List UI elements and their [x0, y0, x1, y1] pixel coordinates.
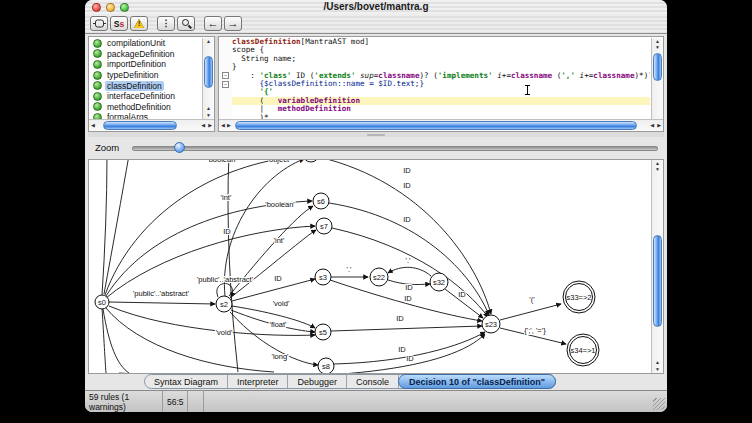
rule-label: interfaceDefinition [105, 91, 177, 101]
breakpoints-icon: ⋮ [162, 19, 171, 28]
sidebar-item-compilationunit[interactable]: compilationUnit [89, 38, 201, 49]
parser-rule-icon [93, 60, 102, 69]
dfa-edge-id [331, 326, 482, 331]
state-label: s34=>1 [570, 346, 595, 355]
edge-label: ID [403, 181, 411, 190]
back-button[interactable]: ← [204, 16, 222, 31]
sidebar-item-formalargs[interactable]: formalArgs [89, 112, 201, 119]
dfa-edge [102, 160, 107, 295]
parser-rule-icon [93, 81, 102, 90]
code-line: {$classDefinition::name = $ID.text;} [232, 80, 650, 88]
warnings-button[interactable]: ! [130, 16, 148, 31]
sidebar-vertical-scrollbar[interactable]: ▲ ▲ ▼ [202, 38, 214, 119]
edge-label: ID [223, 227, 231, 236]
edge-label: 'void' [216, 328, 233, 337]
code-editor[interactable]: −− classDefinition[MantraAST mod]scope {… [218, 36, 664, 132]
parser-rule-icon [93, 92, 102, 101]
dfa-graph: s0s2s6s7s3s5s8s22s32s23s33=>2s34=>1 'pub… [89, 160, 651, 373]
fold-gutter[interactable]: −− [219, 38, 232, 119]
rule-label: typeDefinition [105, 70, 161, 80]
sidebar-item-packagedefinition[interactable]: packageDefinition [89, 49, 201, 60]
edge-label: '(' [529, 295, 535, 304]
state-label: s7 [320, 222, 328, 231]
dfa-edge- [500, 304, 561, 320]
syntax-diagram-icon [93, 17, 106, 30]
parser-rule-icon [93, 71, 102, 80]
case-sensitivity-button[interactable]: Ss [110, 16, 128, 31]
edge-label: 'int' [221, 193, 232, 202]
edge-label: ID [398, 345, 406, 354]
fold-marker[interactable]: − [222, 81, 229, 88]
forward-button[interactable]: → [224, 16, 242, 31]
parser-rule-icon [93, 49, 102, 58]
dfa-edge-public-abstract [109, 302, 215, 304]
tab-row: Syntax DiagramInterpreterDebuggerConsole… [85, 374, 667, 390]
zoom-label: Zoom [95, 142, 119, 153]
resize-grip[interactable] [653, 398, 665, 410]
dfa-edge- [388, 267, 431, 276]
dfa-edge [104, 160, 129, 294]
edge-label: 'void' [273, 299, 290, 308]
tab-interpreter[interactable]: Interpreter [228, 375, 289, 388]
rule-label: classDefinition [105, 81, 164, 91]
state-label: s5 [319, 328, 327, 337]
rule-label: importDefinition [105, 59, 168, 69]
titlebar[interactable]: /Users/bovet/mantra.g [85, 0, 667, 15]
tab-debugger[interactable]: Debugger [288, 375, 347, 388]
sidebar-item-typedefinition[interactable]: typeDefinition [89, 70, 201, 81]
case-sensitivity-icon: Ss [114, 20, 124, 28]
edge-label: ID [406, 354, 414, 363]
find-button[interactable] [177, 16, 195, 31]
sidebar-item-classdefinition[interactable]: classDefinition [89, 80, 201, 91]
graph-vertical-scrollbar[interactable]: ▲ ▼ ▲ ▼ [651, 160, 663, 373]
dfa-state-clipped[interactable] [303, 160, 319, 162]
state-label: s22 [373, 273, 385, 282]
code-text[interactable]: classDefinition[MantraAST mod]scope { St… [232, 38, 650, 119]
sidebar-item-interfacedefinition[interactable]: interfaceDefinition [89, 91, 201, 102]
state-label: s0 [98, 298, 106, 307]
edge-label: ID [274, 274, 282, 283]
rule-list[interactable]: compilationUnitpackageDefinitionimportDe… [89, 38, 201, 119]
status-extra-cell [188, 391, 204, 412]
state-label: s2 [220, 300, 228, 309]
state-label: s3 [319, 273, 327, 282]
status-caret-position: 56:5 [163, 391, 188, 412]
status-bar: 59 rules (1 warnings) 56:5 [85, 390, 667, 412]
edge-label: '.' [347, 265, 353, 274]
rule-label: methodDefinition [105, 102, 173, 112]
tab-syntax-diagram[interactable]: Syntax Diagram [145, 375, 228, 388]
dfa-edge [102, 308, 106, 373]
editor-vertical-scrollbar[interactable]: ▲ ▼ [651, 38, 663, 119]
fold-marker[interactable]: − [222, 72, 229, 79]
state-label: s32 [433, 278, 445, 287]
edge-label: ID [403, 166, 411, 175]
text-cursor [524, 85, 531, 95]
edge-label: 'public'..'abstract' [133, 289, 190, 298]
syntax-diagram-button[interactable] [90, 16, 108, 31]
rule-label: packageDefinition [105, 49, 177, 59]
dfa-edge [228, 160, 238, 372]
edge-label: ID [458, 290, 466, 299]
parser-rule-icon [93, 39, 102, 48]
breakpoints-button[interactable]: ⋮ [157, 16, 175, 31]
edge-label: ID [405, 283, 413, 292]
edge-label: 'object' [268, 160, 291, 164]
upper-pane: compilationUnitpackageDefinitionimportDe… [88, 36, 664, 132]
editor-horizontal-scrollbar[interactable]: ◀ ▶ ◀ ▶ [219, 119, 663, 131]
edge-label: 'boolean' [265, 200, 295, 209]
zoom-slider-thumb[interactable] [174, 142, 185, 153]
status-rules: 59 rules (1 warnings) [85, 391, 163, 412]
sidebar-item-methoddefinition[interactable]: methodDefinition [89, 102, 201, 113]
sidebar-horizontal-scrollbar[interactable]: ◀ ◀ ▶ [89, 119, 214, 131]
edge-label: {';', '='} [524, 326, 546, 335]
state-label: s33=>2 [566, 293, 591, 302]
edge-label: '.' [406, 256, 412, 265]
tab-decision-10-of-classdefinition[interactable]: Decision 10 of "classDefinition" [398, 374, 556, 389]
sidebar-item-importdefinition[interactable]: importDefinition [89, 59, 201, 70]
zoom-slider[interactable] [132, 146, 658, 151]
tab-console[interactable]: Console [347, 375, 399, 388]
code-line: String name; [232, 55, 650, 63]
zoom-row: Zoom [88, 137, 664, 159]
parser-rule-icon [93, 102, 102, 111]
back-arrow-icon: ← [208, 18, 219, 29]
